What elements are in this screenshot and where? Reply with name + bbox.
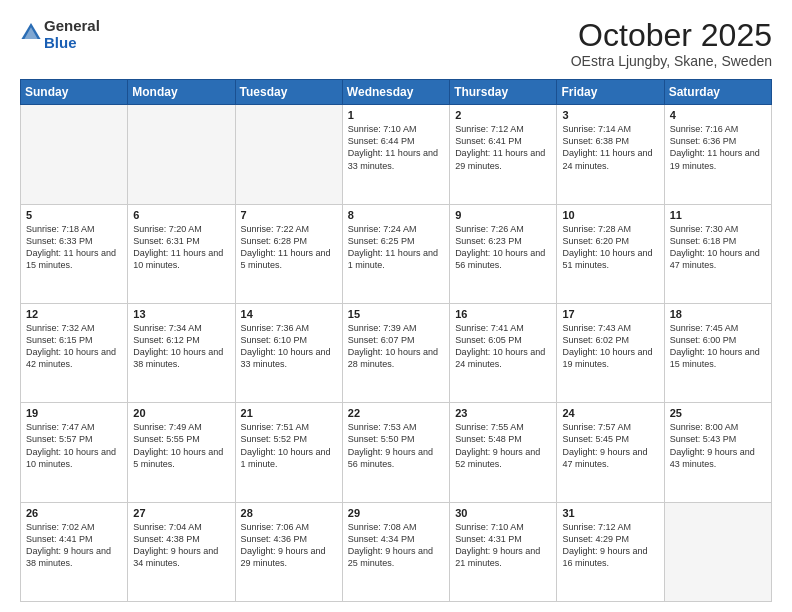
day-number: 10: [562, 209, 658, 221]
day-info: Sunrise: 7:22 AM Sunset: 6:28 PM Dayligh…: [241, 223, 337, 272]
calendar-cell: 7Sunrise: 7:22 AM Sunset: 6:28 PM Daylig…: [235, 204, 342, 303]
day-number: 27: [133, 507, 229, 519]
calendar-cell: 2Sunrise: 7:12 AM Sunset: 6:41 PM Daylig…: [450, 105, 557, 204]
day-number: 31: [562, 507, 658, 519]
calendar-cell: 24Sunrise: 7:57 AM Sunset: 5:45 PM Dayli…: [557, 403, 664, 502]
month-year: October 2025: [571, 18, 772, 53]
calendar-header-thursday: Thursday: [450, 80, 557, 105]
day-info: Sunrise: 7:18 AM Sunset: 6:33 PM Dayligh…: [26, 223, 122, 272]
day-number: 30: [455, 507, 551, 519]
calendar-cell: 1Sunrise: 7:10 AM Sunset: 6:44 PM Daylig…: [342, 105, 449, 204]
calendar-week-1: 5Sunrise: 7:18 AM Sunset: 6:33 PM Daylig…: [21, 204, 772, 303]
day-number: 19: [26, 407, 122, 419]
calendar-cell: 16Sunrise: 7:41 AM Sunset: 6:05 PM Dayli…: [450, 303, 557, 402]
day-info: Sunrise: 7:41 AM Sunset: 6:05 PM Dayligh…: [455, 322, 551, 371]
calendar-cell: 10Sunrise: 7:28 AM Sunset: 6:20 PM Dayli…: [557, 204, 664, 303]
day-number: 15: [348, 308, 444, 320]
logo-text: General Blue: [44, 18, 100, 51]
day-info: Sunrise: 7:53 AM Sunset: 5:50 PM Dayligh…: [348, 421, 444, 470]
day-number: 17: [562, 308, 658, 320]
day-info: Sunrise: 7:04 AM Sunset: 4:38 PM Dayligh…: [133, 521, 229, 570]
day-number: 8: [348, 209, 444, 221]
calendar-cell: 30Sunrise: 7:10 AM Sunset: 4:31 PM Dayli…: [450, 502, 557, 601]
day-number: 28: [241, 507, 337, 519]
day-info: Sunrise: 7:16 AM Sunset: 6:36 PM Dayligh…: [670, 123, 766, 172]
day-number: 1: [348, 109, 444, 121]
day-info: Sunrise: 7:10 AM Sunset: 4:31 PM Dayligh…: [455, 521, 551, 570]
day-number: 11: [670, 209, 766, 221]
calendar-cell: 26Sunrise: 7:02 AM Sunset: 4:41 PM Dayli…: [21, 502, 128, 601]
day-number: 24: [562, 407, 658, 419]
calendar-cell: 20Sunrise: 7:49 AM Sunset: 5:55 PM Dayli…: [128, 403, 235, 502]
calendar-header-monday: Monday: [128, 80, 235, 105]
day-info: Sunrise: 7:30 AM Sunset: 6:18 PM Dayligh…: [670, 223, 766, 272]
calendar-week-2: 12Sunrise: 7:32 AM Sunset: 6:15 PM Dayli…: [21, 303, 772, 402]
day-info: Sunrise: 7:26 AM Sunset: 6:23 PM Dayligh…: [455, 223, 551, 272]
calendar-cell: 18Sunrise: 7:45 AM Sunset: 6:00 PM Dayli…: [664, 303, 771, 402]
calendar-cell: 17Sunrise: 7:43 AM Sunset: 6:02 PM Dayli…: [557, 303, 664, 402]
day-info: Sunrise: 7:06 AM Sunset: 4:36 PM Dayligh…: [241, 521, 337, 570]
calendar-cell: 19Sunrise: 7:47 AM Sunset: 5:57 PM Dayli…: [21, 403, 128, 502]
day-info: Sunrise: 7:51 AM Sunset: 5:52 PM Dayligh…: [241, 421, 337, 470]
day-number: 29: [348, 507, 444, 519]
title-block: October 2025 OEstra Ljungby, Skane, Swed…: [571, 18, 772, 69]
day-info: Sunrise: 7:08 AM Sunset: 4:34 PM Dayligh…: [348, 521, 444, 570]
day-info: Sunrise: 7:12 AM Sunset: 4:29 PM Dayligh…: [562, 521, 658, 570]
calendar-cell: [664, 502, 771, 601]
calendar-cell: 6Sunrise: 7:20 AM Sunset: 6:31 PM Daylig…: [128, 204, 235, 303]
calendar-header-friday: Friday: [557, 80, 664, 105]
calendar-header-wednesday: Wednesday: [342, 80, 449, 105]
day-number: 2: [455, 109, 551, 121]
day-number: 4: [670, 109, 766, 121]
day-number: 9: [455, 209, 551, 221]
day-number: 6: [133, 209, 229, 221]
day-info: Sunrise: 7:36 AM Sunset: 6:10 PM Dayligh…: [241, 322, 337, 371]
day-info: Sunrise: 7:55 AM Sunset: 5:48 PM Dayligh…: [455, 421, 551, 470]
day-number: 18: [670, 308, 766, 320]
calendar-cell: [128, 105, 235, 204]
calendar-cell: 21Sunrise: 7:51 AM Sunset: 5:52 PM Dayli…: [235, 403, 342, 502]
day-number: 12: [26, 308, 122, 320]
calendar-cell: 31Sunrise: 7:12 AM Sunset: 4:29 PM Dayli…: [557, 502, 664, 601]
logo-blue: Blue: [44, 34, 77, 51]
calendar-header-saturday: Saturday: [664, 80, 771, 105]
day-number: 25: [670, 407, 766, 419]
day-info: Sunrise: 7:49 AM Sunset: 5:55 PM Dayligh…: [133, 421, 229, 470]
day-info: Sunrise: 8:00 AM Sunset: 5:43 PM Dayligh…: [670, 421, 766, 470]
calendar-cell: 27Sunrise: 7:04 AM Sunset: 4:38 PM Dayli…: [128, 502, 235, 601]
day-info: Sunrise: 7:45 AM Sunset: 6:00 PM Dayligh…: [670, 322, 766, 371]
day-info: Sunrise: 7:10 AM Sunset: 6:44 PM Dayligh…: [348, 123, 444, 172]
day-number: 22: [348, 407, 444, 419]
day-number: 7: [241, 209, 337, 221]
calendar-cell: [235, 105, 342, 204]
calendar-cell: 25Sunrise: 8:00 AM Sunset: 5:43 PM Dayli…: [664, 403, 771, 502]
calendar-cell: 11Sunrise: 7:30 AM Sunset: 6:18 PM Dayli…: [664, 204, 771, 303]
day-info: Sunrise: 7:32 AM Sunset: 6:15 PM Dayligh…: [26, 322, 122, 371]
logo-icon: [20, 20, 42, 42]
header: General Blue October 2025 OEstra Ljungby…: [20, 18, 772, 69]
day-number: 3: [562, 109, 658, 121]
day-info: Sunrise: 7:47 AM Sunset: 5:57 PM Dayligh…: [26, 421, 122, 470]
calendar-cell: 3Sunrise: 7:14 AM Sunset: 6:38 PM Daylig…: [557, 105, 664, 204]
calendar-cell: 8Sunrise: 7:24 AM Sunset: 6:25 PM Daylig…: [342, 204, 449, 303]
calendar-cell: 12Sunrise: 7:32 AM Sunset: 6:15 PM Dayli…: [21, 303, 128, 402]
calendar-cell: 4Sunrise: 7:16 AM Sunset: 6:36 PM Daylig…: [664, 105, 771, 204]
calendar-cell: 29Sunrise: 7:08 AM Sunset: 4:34 PM Dayli…: [342, 502, 449, 601]
calendar-week-3: 19Sunrise: 7:47 AM Sunset: 5:57 PM Dayli…: [21, 403, 772, 502]
calendar-cell: 22Sunrise: 7:53 AM Sunset: 5:50 PM Dayli…: [342, 403, 449, 502]
day-number: 26: [26, 507, 122, 519]
day-info: Sunrise: 7:24 AM Sunset: 6:25 PM Dayligh…: [348, 223, 444, 272]
calendar-cell: 13Sunrise: 7:34 AM Sunset: 6:12 PM Dayli…: [128, 303, 235, 402]
day-info: Sunrise: 7:12 AM Sunset: 6:41 PM Dayligh…: [455, 123, 551, 172]
calendar-week-0: 1Sunrise: 7:10 AM Sunset: 6:44 PM Daylig…: [21, 105, 772, 204]
day-number: 14: [241, 308, 337, 320]
location: OEstra Ljungby, Skane, Sweden: [571, 53, 772, 69]
day-info: Sunrise: 7:20 AM Sunset: 6:31 PM Dayligh…: [133, 223, 229, 272]
calendar-cell: 15Sunrise: 7:39 AM Sunset: 6:07 PM Dayli…: [342, 303, 449, 402]
calendar-cell: 23Sunrise: 7:55 AM Sunset: 5:48 PM Dayli…: [450, 403, 557, 502]
calendar-table: SundayMondayTuesdayWednesdayThursdayFrid…: [20, 79, 772, 602]
day-info: Sunrise: 7:57 AM Sunset: 5:45 PM Dayligh…: [562, 421, 658, 470]
calendar-header-row: SundayMondayTuesdayWednesdayThursdayFrid…: [21, 80, 772, 105]
day-number: 20: [133, 407, 229, 419]
calendar-week-4: 26Sunrise: 7:02 AM Sunset: 4:41 PM Dayli…: [21, 502, 772, 601]
